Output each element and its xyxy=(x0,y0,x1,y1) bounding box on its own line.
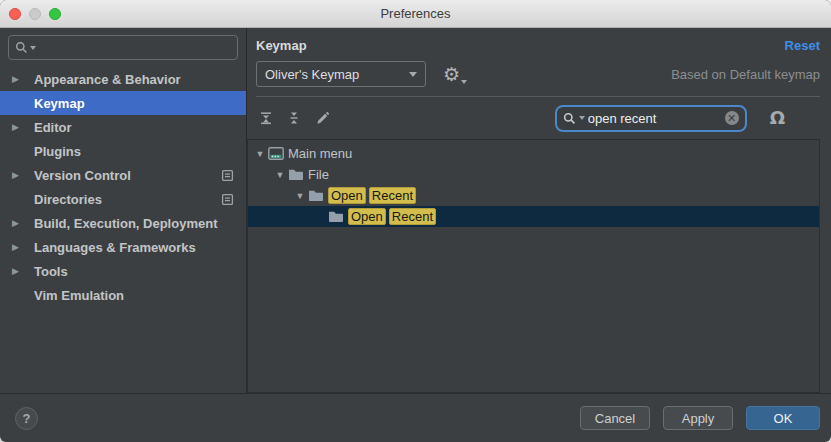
expanded-arrow-icon[interactable]: ▼ xyxy=(252,149,268,159)
sidebar-item-label: Build, Execution, Deployment xyxy=(34,216,217,231)
sidebar-item-directories[interactable]: Directories xyxy=(0,187,246,211)
close-window-button[interactable] xyxy=(9,8,21,20)
tree-row-label: File xyxy=(308,167,329,182)
match-highlight: Recent xyxy=(389,208,436,225)
action-filter-input[interactable] xyxy=(588,111,722,126)
titlebar: Preferences xyxy=(0,0,831,28)
main-menu-icon xyxy=(268,147,288,160)
tree-row-file[interactable]: ▼File xyxy=(248,164,819,185)
sidebar-item-editor[interactable]: ▶Editor xyxy=(0,115,246,139)
tree-row-open-recent[interactable]: ▼OpenRecent xyxy=(248,185,819,206)
collapsed-arrow-icon[interactable]: ▶ xyxy=(12,122,34,132)
edit-pencil-icon[interactable] xyxy=(313,109,331,127)
collapsed-arrow-icon[interactable]: ▶ xyxy=(12,266,34,276)
sidebar-item-plugins[interactable]: Plugins xyxy=(0,139,246,163)
sidebar-item-keymap[interactable]: Keymap xyxy=(0,91,246,115)
folder-icon xyxy=(328,210,348,223)
sidebar-item-label: Version Control xyxy=(34,168,131,183)
action-filter-field[interactable]: ✕ xyxy=(555,105,747,132)
sidebar-item-label: Tools xyxy=(34,264,68,279)
help-button[interactable]: ? xyxy=(15,407,38,430)
traffic-lights xyxy=(9,8,61,20)
keymap-pane: Keymap Reset Oliver's Keymap ⚙ Based on … xyxy=(247,28,831,393)
sidebar-search-field[interactable] xyxy=(8,35,238,60)
expanded-arrow-icon[interactable]: ▼ xyxy=(272,170,288,180)
keymap-toolbar: ✕ Ω xyxy=(247,97,831,139)
reset-link[interactable]: Reset xyxy=(785,38,820,53)
sidebar-search-input[interactable] xyxy=(38,40,231,55)
collapsed-arrow-icon[interactable]: ▶ xyxy=(12,170,34,180)
sidebar-item-tools[interactable]: ▶Tools xyxy=(0,259,246,283)
actions-tree: ▼Main menu▼File▼OpenRecentOpenRecent xyxy=(247,139,820,393)
folder-icon xyxy=(288,168,308,181)
sidebar-item-label: Plugins xyxy=(34,144,81,159)
clear-search-icon[interactable]: ✕ xyxy=(725,111,739,125)
sidebar-item-label: Vim Emulation xyxy=(34,288,124,303)
sidebar-item-label: Languages & Frameworks xyxy=(34,240,196,255)
sidebar-item-vim-emulation[interactable]: Vim Emulation xyxy=(0,283,246,307)
sidebar-item-label: Appearance & Behavior xyxy=(34,72,181,87)
search-options-caret-icon[interactable] xyxy=(30,46,36,50)
project-settings-icon xyxy=(221,193,234,206)
preferences-window: Preferences ▶Appearance & BehaviorKeymap… xyxy=(0,0,831,442)
keymap-selector-value: Oliver's Keymap xyxy=(265,67,359,82)
collapsed-arrow-icon[interactable]: ▶ xyxy=(12,218,34,228)
tree-row-main-menu[interactable]: ▼Main menu xyxy=(248,143,819,164)
collapse-all-icon[interactable] xyxy=(285,109,303,127)
project-settings-icon xyxy=(221,169,234,182)
zoom-window-button[interactable] xyxy=(49,8,61,20)
app-body: ▶Appearance & BehaviorKeymap▶EditorPlugi… xyxy=(0,28,831,393)
expand-all-icon[interactable] xyxy=(257,109,275,127)
based-on-label: Based on Default keymap xyxy=(671,67,820,82)
search-icon xyxy=(15,41,28,54)
folder-icon xyxy=(308,189,328,202)
sidebar-item-appearance-behavior[interactable]: ▶Appearance & Behavior xyxy=(0,67,246,91)
find-by-shortcut-icon[interactable]: Ω xyxy=(770,109,785,127)
match-highlight: Recent xyxy=(369,187,416,204)
dialog-footer: ? Cancel Apply OK xyxy=(0,393,831,442)
tree-row-open-recent[interactable]: OpenRecent xyxy=(248,206,819,227)
collapsed-arrow-icon[interactable]: ▶ xyxy=(12,242,34,252)
tree-row-label: Main menu xyxy=(288,146,352,161)
minimize-window-button[interactable] xyxy=(29,8,41,20)
sidebar-item-languages-frameworks[interactable]: ▶Languages & Frameworks xyxy=(0,235,246,259)
collapsed-arrow-icon[interactable]: ▶ xyxy=(12,74,34,84)
sidebar-item-build-execution-deployment[interactable]: ▶Build, Execution, Deployment xyxy=(0,211,246,235)
sidebar-item-label: Keymap xyxy=(34,96,85,111)
gear-icon[interactable]: ⚙ xyxy=(443,65,460,84)
search-icon xyxy=(563,112,576,125)
expanded-arrow-icon[interactable]: ▼ xyxy=(292,191,308,201)
sidebar-item-label: Editor xyxy=(34,120,72,135)
gear-caret-icon xyxy=(461,80,467,84)
chevron-down-icon xyxy=(409,72,417,77)
footer-buttons: Cancel Apply OK xyxy=(580,406,820,430)
keymap-header: Keymap Reset Oliver's Keymap ⚙ Based on … xyxy=(247,28,831,97)
match-highlight: Open xyxy=(348,208,386,225)
cancel-button[interactable]: Cancel xyxy=(580,406,650,430)
match-highlight: Open xyxy=(328,187,366,204)
sidebar-item-version-control[interactable]: ▶Version Control xyxy=(0,163,246,187)
search-options-caret-icon[interactable] xyxy=(579,116,585,120)
settings-sidebar: ▶Appearance & BehaviorKeymap▶EditorPlugi… xyxy=(0,28,247,393)
window-title: Preferences xyxy=(380,6,450,21)
keymap-selector-dropdown[interactable]: Oliver's Keymap xyxy=(256,61,426,87)
page-title: Keymap xyxy=(256,38,307,53)
ok-button[interactable]: OK xyxy=(746,406,820,430)
sidebar-item-label: Directories xyxy=(34,192,102,207)
apply-button[interactable]: Apply xyxy=(663,406,733,430)
settings-category-list: ▶Appearance & BehaviorKeymap▶EditorPlugi… xyxy=(0,67,246,393)
